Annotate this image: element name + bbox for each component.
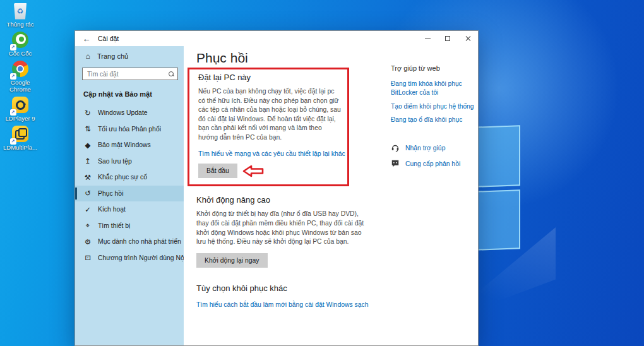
get-help-label: Nhận trợ giúp <box>405 145 445 152</box>
window-title: Cài đặt <box>98 35 119 42</box>
minimize-button[interactable] <box>417 31 438 46</box>
recycle-bin-icon <box>12 3 29 20</box>
headset-icon <box>391 143 400 152</box>
chrome-icon <box>12 61 29 78</box>
sidebar-item-windows-security[interactable]: ◆ Bảo mật Windows <box>75 137 184 153</box>
help-column: Trợ giúp từ web Đang tìm khóa khôi phục … <box>391 64 478 175</box>
sidebar-item-label: Bảo mật Windows <box>98 141 151 148</box>
feedback-icon <box>391 159 400 168</box>
settings-window: ← Cài đặt ⌂ Trang chủ Cập nhật và Bảo mậ… <box>75 30 479 346</box>
annotation-box: Đặt lại PC này Nếu PC của bạn không chạy… <box>188 68 349 186</box>
sidebar-item-label: Mục dành cho nhà phát triển <box>98 238 181 245</box>
back-button[interactable]: ← <box>75 31 98 46</box>
home-icon: ⌂ <box>83 52 92 61</box>
locate-icon: ⌖ <box>83 222 92 230</box>
delivery-optimization-icon: ⇅ <box>83 124 92 133</box>
reset-section-body: Nếu PC của bạn không chạy tốt, việc đặt … <box>198 87 342 142</box>
get-started-button[interactable]: Bắt đầu <box>198 164 237 178</box>
desktop-icon-label: Google Chrome <box>1 80 39 93</box>
settings-search-box[interactable] <box>82 68 178 80</box>
sidebar-item-delivery-optimization[interactable]: ⇅ Tối ưu hóa Phân phối <box>75 121 184 138</box>
desktop-icon-column: Thùng rác Cốc Cốc Google Chrome LDPlayer… <box>0 3 40 155</box>
advanced-startup-section: Khởi động nâng cao Khởi động từ thiết bị… <box>196 195 478 267</box>
sidebar-item-windows-update[interactable]: ↻ Windows Update <box>75 105 184 121</box>
wrench-icon: ⚒ <box>83 173 92 182</box>
shortcut-arrow-icon <box>10 44 16 51</box>
give-feedback-link[interactable]: Cung cấp phản hồi <box>391 159 478 168</box>
sidebar-item-label: Windows Update <box>98 109 148 116</box>
desktop-icon-label: Cốc Cốc <box>9 51 32 57</box>
sidebar-section-header: Cập nhật và Bảo mật <box>75 81 184 104</box>
close-button[interactable] <box>458 31 478 46</box>
sidebar-item-label: Khắc phục sự cố <box>98 174 147 181</box>
sidebar-item-home[interactable]: ⌂ Trang chủ <box>75 46 184 63</box>
sidebar-item-for-developers[interactable]: ⚙ Mục dành cho nhà phát triển <box>75 234 184 250</box>
get-help-link[interactable]: Nhận trợ giúp <box>391 143 478 152</box>
developer-icon: ⚙ <box>83 237 92 246</box>
page-title: Phục hồi <box>196 51 478 65</box>
windows-update-icon: ↻ <box>83 109 92 117</box>
advanced-section-body: Khởi động từ thiết bị hay đĩa (như ổ đĩa… <box>196 210 366 246</box>
more-section-title: Tùy chọn khôi phục khác <box>196 283 478 293</box>
sidebar: ⌂ Trang chủ Cập nhật và Bảo mật ↻ Window… <box>75 46 184 345</box>
window-body: ⌂ Trang chủ Cập nhật và Bảo mật ↻ Window… <box>75 46 478 345</box>
reset-section-title: Đặt lại PC này <box>198 73 347 82</box>
desktop-icon-recycle-bin[interactable]: Thùng rác <box>0 3 40 28</box>
sidebar-item-label: Kích hoạt <box>98 206 126 213</box>
help-actions: Nhận trợ giúp Cung cấp phản hồi <box>391 143 478 168</box>
desktop-icon-google-chrome[interactable]: Google Chrome <box>0 61 40 93</box>
sidebar-home-label: Trang chủ <box>97 52 128 60</box>
ldplayer-icon <box>12 97 29 114</box>
window-controls <box>417 31 478 46</box>
activation-check-icon: ✓ <box>83 205 92 214</box>
desktop-icon-label: LDMultiPla... <box>3 145 37 152</box>
maximize-button[interactable] <box>438 31 458 46</box>
fresh-start-link[interactable]: Tìm hiểu cách bắt đầu làm mới bằng cài đ… <box>196 301 368 308</box>
recovery-icon: ↺ <box>83 189 92 198</box>
maximize-icon <box>445 36 450 41</box>
coc-coc-icon <box>12 32 29 49</box>
reset-button-row: Bắt đầu <box>198 164 347 178</box>
search-icon <box>168 71 174 77</box>
search-input[interactable] <box>86 70 168 78</box>
insider-icon: ⊡ <box>83 253 92 262</box>
advanced-section-title: Khởi động nâng cao <box>196 195 478 205</box>
shortcut-arrow-icon <box>10 109 16 116</box>
desktop-icon-coc-coc[interactable]: Cốc Cốc <box>0 32 40 57</box>
sidebar-item-windows-insider[interactable]: ⊡ Chương trình Người dùng Nội bộ Windows <box>75 250 184 266</box>
more-recovery-section: Tùy chọn khôi phục khác Tìm hiểu cách bắ… <box>196 283 478 309</box>
close-icon <box>465 35 471 42</box>
minimize-icon <box>425 39 431 39</box>
sidebar-item-find-my-device[interactable]: ⌖ Tìm thiết bị <box>75 218 184 234</box>
sidebar-item-label: Chương trình Người dùng Nội bộ Windows <box>98 254 184 261</box>
titlebar: ← Cài đặt <box>75 31 478 46</box>
help-link-restore-point[interactable]: Tạo điểm khôi phục hệ thống <box>391 102 478 111</box>
ldmultiplayer-icon <box>12 126 29 143</box>
main-content: Phục hồi Đặt lại PC này Nếu PC của bạn k… <box>184 46 478 345</box>
reset-learn-more-link[interactable]: Tìm hiểu về mạng và các yêu cầu thiết lậ… <box>198 150 345 157</box>
sidebar-item-troubleshoot[interactable]: ⚒ Khắc phục sự cố <box>75 169 184 186</box>
restart-now-button[interactable]: Khởi động lại ngay <box>196 253 268 268</box>
sidebar-item-backup[interactable]: ↥ Sao lưu tệp <box>75 153 184 170</box>
sidebar-item-label: Sao lưu tệp <box>98 158 132 165</box>
shortcut-arrow-icon <box>10 138 16 145</box>
help-link-bitlocker[interactable]: Đang tìm khóa khôi phục BitLocker của tô… <box>391 80 478 97</box>
desktop-icon-ldmultiplayer[interactable]: LDMultiPla... <box>0 126 40 152</box>
give-feedback-label: Cung cấp phản hồi <box>405 160 460 167</box>
annotation-arrow-icon <box>242 164 264 178</box>
sidebar-nav-list: ↻ Windows Update ⇅ Tối ưu hóa Phân phối … <box>75 105 184 266</box>
desktop-icon-ldplayer[interactable]: LDPlayer 9 <box>0 97 40 122</box>
sidebar-item-label: Phục hồi <box>98 190 123 197</box>
desktop-icon-label: Thùng rác <box>7 21 34 28</box>
help-column-title: Trợ giúp từ web <box>391 64 478 72</box>
shield-icon: ◆ <box>83 141 92 150</box>
desktop-icon-label: LDPlayer 9 <box>6 116 35 122</box>
sidebar-item-label: Tìm thiết bị <box>98 222 130 229</box>
backup-icon: ↥ <box>83 157 92 165</box>
sidebar-item-label: Tối ưu hóa Phân phối <box>98 126 161 133</box>
back-arrow-icon: ← <box>83 34 91 44</box>
shortcut-arrow-icon <box>10 73 16 80</box>
sidebar-item-recovery[interactable]: ↺ Phục hồi <box>75 186 184 202</box>
help-link-recovery-drive[interactable]: Đang tạo ổ đĩa khôi phục <box>391 116 478 124</box>
sidebar-item-activation[interactable]: ✓ Kích hoạt <box>75 201 184 218</box>
